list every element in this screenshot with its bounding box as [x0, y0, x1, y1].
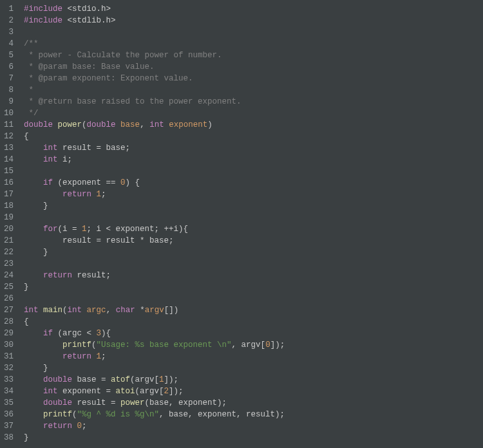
token-call: atof: [111, 375, 130, 384]
token-plain: [24, 225, 43, 234]
token-plain: ,: [140, 120, 149, 129]
line-number: 8: [4, 84, 14, 96]
code-line[interactable]: double power(double base, int exponent): [24, 119, 285, 131]
token-funcname: power: [58, 120, 82, 129]
token-type: double: [43, 375, 72, 384]
code-line[interactable]: }: [24, 281, 285, 293]
code-line[interactable]: * @param base: Base value.: [24, 61, 285, 73]
line-number: 19: [4, 212, 14, 223]
line-number: 37: [4, 420, 14, 432]
token-plain: [91, 190, 97, 199]
token-num: 3: [97, 329, 102, 338]
line-number: 29: [4, 328, 14, 339]
token-string: "Usage: %s base exponent \n": [97, 341, 232, 350]
line-number: 9: [4, 96, 14, 107]
code-line[interactable]: /**: [24, 38, 285, 50]
token-plain: i;: [58, 155, 73, 164]
code-line[interactable]: [24, 26, 285, 38]
token-num: 1: [82, 225, 87, 234]
token-brace: }: [24, 283, 29, 292]
token-num: 2: [164, 387, 169, 396]
line-number: 11: [4, 119, 14, 131]
code-line[interactable]: {: [24, 131, 285, 142]
token-plain: , base, exponent, result);: [159, 410, 285, 419]
line-number: 24: [4, 270, 14, 281]
token-kw: return: [43, 271, 72, 280]
token-plain: (exponent ==: [53, 178, 120, 187]
token-plain: [24, 375, 43, 384]
code-line[interactable]: }: [24, 432, 285, 443]
token-plain: [72, 422, 77, 431]
code-line[interactable]: return 1;: [24, 189, 285, 200]
token-plain: (: [91, 341, 97, 350]
token-plain: [24, 352, 62, 361]
code-line[interactable]: [24, 258, 285, 270]
code-line[interactable]: for(i = 1; i < exponent; ++i){: [24, 223, 285, 235]
token-plain: ) {: [126, 178, 140, 187]
code-line[interactable]: return result;: [24, 270, 285, 281]
code-line[interactable]: printf("%g ^ %d is %g\n", base, exponent…: [24, 409, 285, 420]
code-line[interactable]: return 0;: [24, 420, 285, 432]
code-line[interactable]: }: [24, 247, 285, 258]
token-plain: result =: [72, 398, 120, 407]
code-line[interactable]: int main(int argc, char *argv[]): [24, 304, 285, 316]
token-plain: [116, 120, 121, 129]
code-line[interactable]: *: [24, 84, 285, 96]
token-plain: *: [135, 306, 145, 315]
token-comment: * power - Calculate the power of number.: [24, 51, 222, 60]
token-plain: result = result * base;: [24, 236, 174, 245]
token-type: double: [24, 120, 53, 129]
code-line[interactable]: int exponent = atoi(argv[2]);: [24, 386, 285, 397]
token-kw: return: [62, 352, 91, 361]
code-line[interactable]: #include <stdio.h>: [24, 3, 285, 15]
token-plain: (i =: [58, 225, 82, 234]
token-num: 0: [120, 178, 126, 187]
token-plain: [24, 422, 43, 431]
token-plain: }: [24, 248, 48, 257]
code-line[interactable]: double result = power(base, exponent);: [24, 397, 285, 409]
line-number: 17: [4, 189, 14, 200]
code-line[interactable]: [24, 212, 285, 223]
token-type: double: [87, 120, 116, 129]
token-plain: []): [164, 306, 179, 315]
code-line[interactable]: int i;: [24, 154, 285, 165]
code-line[interactable]: return 1;: [24, 351, 285, 362]
token-plain: (: [72, 410, 77, 419]
line-number: 5: [4, 50, 14, 61]
code-line[interactable]: * power - Calculate the power of number.: [24, 50, 285, 61]
code-line[interactable]: if (argc < 3){: [24, 328, 285, 339]
token-param: base: [120, 120, 140, 129]
token-type: int: [43, 155, 58, 164]
token-plain: (: [62, 306, 68, 315]
line-number: 12: [4, 131, 14, 142]
line-number: 25: [4, 281, 14, 293]
code-line[interactable]: * @return base raised to the power expon…: [24, 96, 285, 107]
code-line[interactable]: {: [24, 316, 285, 328]
code-editor[interactable]: 1234567891011121314151617181920212223242…: [0, 0, 483, 443]
token-kw: return: [43, 422, 72, 431]
token-type: double: [43, 398, 72, 407]
code-line[interactable]: [24, 293, 285, 304]
token-plain: (base, exponent);: [145, 398, 227, 407]
token-string: "%g ^ %d is %g\n": [77, 410, 160, 419]
token-plain: [24, 387, 43, 396]
token-plain: ; i < exponent; ++i){: [87, 225, 189, 234]
code-line[interactable]: */: [24, 107, 285, 119]
code-line[interactable]: #include <stdlib.h>: [24, 15, 285, 26]
code-line[interactable]: double base = atof(argv[1]);: [24, 374, 285, 386]
token-plain: [24, 341, 62, 350]
code-line[interactable]: }: [24, 362, 285, 374]
code-line[interactable]: if (exponent == 0) {: [24, 177, 285, 189]
code-line[interactable]: int result = base;: [24, 142, 285, 154]
code-line[interactable]: }: [24, 200, 285, 212]
code-area[interactable]: #include <stdio.h>#include <stdlib.h> /*…: [20, 3, 285, 443]
token-num: 1: [159, 375, 164, 384]
line-number: 32: [4, 362, 14, 374]
token-plain: , argv[: [232, 341, 266, 350]
token-kw: for: [43, 225, 58, 234]
token-num: 0: [265, 341, 270, 350]
code-line[interactable]: * @param exponent: Exponent value.: [24, 73, 285, 84]
code-line[interactable]: result = result * base;: [24, 235, 285, 247]
code-line[interactable]: [24, 165, 285, 177]
code-line[interactable]: printf("Usage: %s base exponent \n", arg…: [24, 339, 285, 351]
